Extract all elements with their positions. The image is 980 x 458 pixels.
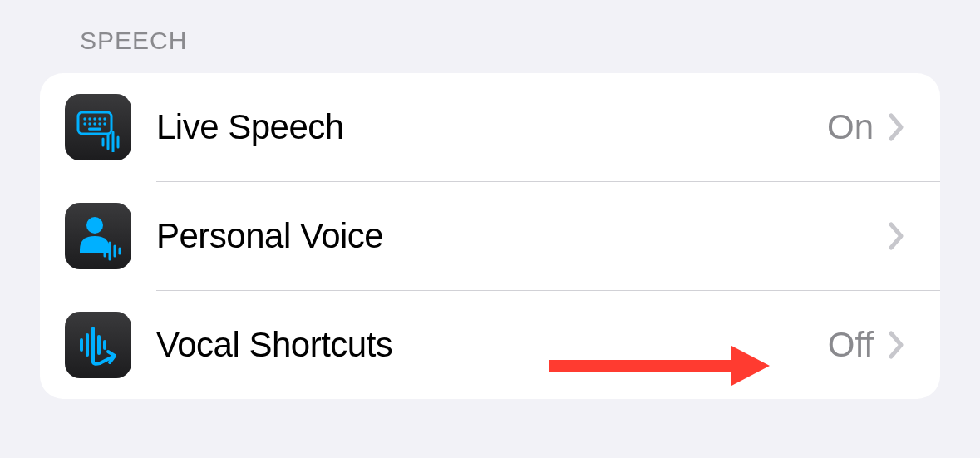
section-header-speech: SPEECH (40, 8, 940, 73)
svg-point-1 (83, 117, 86, 120)
chevron-right-icon (889, 222, 905, 250)
row-label-personal-voice: Personal Voice (156, 216, 874, 256)
row-live-speech[interactable]: Live Speech On (40, 73, 940, 181)
svg-point-5 (103, 117, 106, 120)
svg-point-2 (88, 117, 91, 120)
row-label-live-speech: Live Speech (156, 107, 827, 147)
row-vocal-shortcuts[interactable]: Vocal Shortcuts Off (40, 291, 940, 399)
person-wave-icon (65, 203, 131, 269)
svg-point-16 (86, 217, 103, 234)
svg-point-6 (83, 122, 86, 125)
svg-point-8 (93, 122, 96, 125)
row-value-vocal-shortcuts: Off (828, 325, 874, 365)
wave-arrow-icon (65, 312, 131, 378)
svg-point-9 (98, 122, 101, 125)
svg-rect-11 (88, 128, 101, 131)
keyboard-wave-icon (65, 94, 131, 160)
row-personal-voice[interactable]: Personal Voice (40, 182, 940, 290)
svg-point-3 (93, 117, 96, 120)
speech-settings-group: Live Speech On Personal Voice (40, 73, 940, 399)
chevron-right-icon (889, 331, 905, 359)
chevron-right-icon (889, 113, 905, 141)
row-value-live-speech: On (827, 107, 874, 147)
svg-point-7 (88, 122, 91, 125)
svg-point-10 (103, 122, 106, 125)
svg-point-4 (98, 117, 101, 120)
row-label-vocal-shortcuts: Vocal Shortcuts (156, 325, 828, 365)
